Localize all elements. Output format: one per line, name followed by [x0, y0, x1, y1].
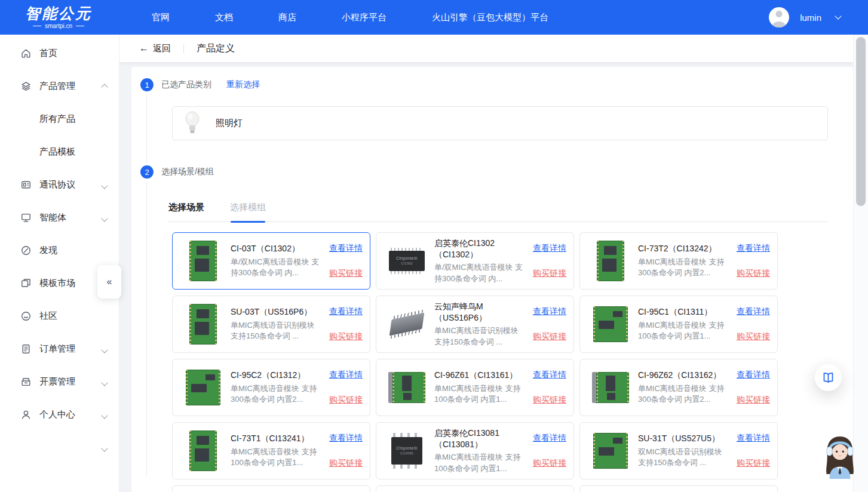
module-card[interactable]: 云知声蜂鸟M（US516P6） 单MIC离线语音识别模块 支持150条命令词 .…	[376, 296, 574, 353]
sidebar-item-home[interactable]: 首页	[0, 37, 119, 70]
sidebar-item-product-templates[interactable]: 产品模板	[0, 136, 119, 168]
module-card[interactable]: Chipintelli CI13081 启英泰伦CI13081（CI13081）…	[376, 422, 574, 479]
sidebar-item-discover[interactable]: 发现	[0, 234, 119, 267]
module-description: 单MIC离线语音模块 支持100条命令词 内置1...	[434, 383, 526, 405]
buy-link[interactable]: 购买链接	[533, 331, 566, 342]
step-2-badge: 2	[140, 165, 154, 179]
buy-link[interactable]: 购买链接	[737, 395, 770, 405]
module-card-partial[interactable]	[172, 485, 370, 492]
brand-subtitle: smartpi.cn	[25, 23, 92, 29]
module-card[interactable]: Chipintelli CI1302 启英泰伦CI1302（CI1302） 单/…	[376, 232, 574, 290]
brand-logo[interactable]: 智能公元 smartpi.cn	[25, 6, 92, 29]
module-card[interactable]: SU-03T（US516P6） 单MIC离线语音识别模块 支持150条命令词 .…	[172, 296, 370, 353]
module-name: SU-03T（US516P6）	[231, 306, 323, 318]
chip-brand-label: Chipintelli	[396, 445, 418, 451]
view-details-link[interactable]: 查看详情	[329, 433, 363, 444]
buy-link[interactable]: 购买链接	[533, 395, 566, 405]
module-card[interactable]: CI-73T2（CI13242） 单MIC离线语音模块 支持300条命令词 内置…	[579, 232, 778, 290]
module-card[interactable]: CI-73T1（CI13241） 单MIC离线语音模块 支持100条命令词 内置…	[172, 422, 370, 479]
module-image	[591, 365, 630, 410]
sidebar-collapse-button[interactable]: «	[97, 265, 121, 299]
view-details-link[interactable]: 查看详情	[329, 306, 363, 317]
tab-select-module[interactable]: 选择模组	[230, 202, 266, 222]
view-details-link[interactable]: 查看详情	[533, 433, 566, 444]
buy-link[interactable]: 购买链接	[329, 395, 363, 405]
view-details-link[interactable]: 查看详情	[329, 370, 363, 380]
module-card[interactable]: CI-96Z62（CI13162） 单MIC离线语音模块 支持300条命令词 内…	[579, 359, 778, 416]
sidebar-item-profile[interactable]: 个人中心	[0, 398, 119, 431]
reselect-link[interactable]: 重新选择	[226, 79, 260, 90]
chevron-down-icon	[102, 410, 107, 420]
layers-icon	[20, 81, 32, 92]
topbar-divider	[183, 44, 184, 53]
module-image	[591, 302, 630, 346]
user-avatar[interactable]	[769, 7, 789, 27]
chevron-down-icon	[102, 377, 107, 387]
sidebar-item-invoice-management[interactable]: 开票管理	[0, 365, 119, 398]
sidebar-item-community[interactable]: 社区	[0, 300, 119, 333]
buy-link[interactable]: 购买链接	[737, 268, 770, 279]
step-2-label: 选择场景/模组	[161, 167, 214, 177]
sidebar-item-label: 发现	[39, 245, 57, 256]
chevron-up-icon	[102, 81, 107, 91]
docs-floating-button[interactable]	[815, 364, 842, 391]
sidebar-item-label: 首页	[39, 48, 57, 59]
view-details-link[interactable]: 查看详情	[533, 306, 566, 317]
buy-link[interactable]: 购买链接	[737, 458, 770, 469]
view-details-link[interactable]: 查看详情	[737, 370, 770, 380]
nav-volcengine-platform[interactable]: 火山引擎（豆包大模型）平台	[432, 12, 548, 23]
content-panel: 1 已选产品类别 重新选择 照明灯 2 选择场景/模组 选择场景 选择模组	[131, 67, 853, 492]
module-card-partial[interactable]	[376, 485, 574, 492]
buy-link[interactable]: 购买链接	[533, 268, 566, 279]
sidebar-item-all-products[interactable]: 所有产品	[0, 103, 119, 136]
view-details-link[interactable]: 查看详情	[737, 433, 770, 444]
module-card-partial[interactable]	[579, 485, 778, 492]
tab-select-scene[interactable]: 选择场景	[168, 202, 204, 222]
assistant-mascot[interactable]	[820, 433, 860, 479]
view-details-link[interactable]: 查看详情	[737, 243, 770, 254]
back-arrow-icon: ←	[139, 44, 149, 53]
view-details-link[interactable]: 查看详情	[533, 243, 566, 254]
module-card[interactable]: CI-96Z61（CI13161） 单MIC离线语音模块 支持100条命令词 内…	[376, 359, 574, 416]
buy-link[interactable]: 购买链接	[329, 331, 363, 342]
sidebar-item-extra[interactable]	[0, 431, 119, 464]
buy-link[interactable]: 购买链接	[737, 331, 770, 342]
order-icon	[20, 343, 32, 355]
nav-official-site[interactable]: 官网	[152, 12, 170, 23]
sidebar-item-label: 智能体	[39, 212, 66, 223]
module-card[interactable]: SU-31T（US527U5） 双MIC离线语音识别模块 支持150条命令词 .…	[579, 422, 778, 479]
view-details-link[interactable]: 查看详情	[329, 243, 363, 254]
selected-category-name: 照明灯	[216, 118, 243, 129]
buy-link[interactable]: 购买链接	[329, 458, 363, 469]
module-card[interactable]: CI-95C2（CI1312） 单MIC离线语音模块 支持300条命令词 内置2…	[172, 359, 370, 416]
username[interactable]: lumin	[800, 13, 821, 23]
chevron-down-icon	[102, 180, 107, 190]
back-button[interactable]: ← 返回	[139, 43, 171, 54]
module-image	[591, 239, 630, 283]
step-connector	[146, 181, 147, 476]
view-details-link[interactable]: 查看详情	[737, 306, 770, 317]
sidebar-item-product-management[interactable]: 产品管理	[0, 70, 119, 103]
market-icon	[20, 278, 32, 289]
nav-miniprogram-platform[interactable]: 小程序平台	[342, 12, 387, 23]
buy-link[interactable]: 购买链接	[329, 268, 363, 279]
module-image	[183, 429, 223, 473]
protocol-icon	[20, 179, 32, 190]
user-menu-chevron-down-icon[interactable]	[835, 13, 841, 19]
sidebar-item-order-management[interactable]: 订单管理	[0, 333, 119, 365]
module-image: Chipintelli CI1302	[387, 239, 427, 283]
sidebar-item-protocol[interactable]: 通讯协议	[0, 168, 119, 201]
home-icon	[20, 48, 32, 59]
nav-docs[interactable]: 文档	[215, 12, 233, 23]
buy-link[interactable]: 购买链接	[533, 458, 566, 469]
module-description: 单MIC离线语音模块 支持300条命令词 内置2...	[638, 257, 730, 279]
step-1-badge: 1	[140, 78, 154, 91]
module-card[interactable]: CI-95C1（CI1311） 单MIC离线语音模块 支持100条命令词 内置1…	[579, 296, 778, 353]
view-details-link[interactable]: 查看详情	[533, 370, 566, 380]
nav-store[interactable]: 商店	[278, 12, 296, 23]
sidebar-item-agent[interactable]: 智能体	[0, 201, 119, 234]
module-card[interactable]: CI-03T（CI1302） 单/双MIC离线语音模块 支持300条命令词 内.…	[172, 232, 370, 290]
step-2-row: 2 选择场景/模组	[140, 165, 214, 179]
scrollbar-thumb[interactable]	[856, 37, 866, 206]
module-name: 启英泰伦CI13081（CI13081）	[434, 428, 526, 450]
